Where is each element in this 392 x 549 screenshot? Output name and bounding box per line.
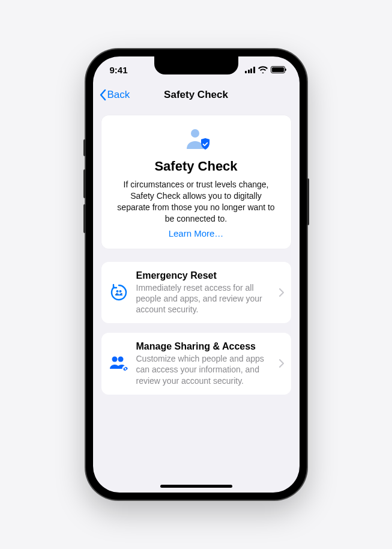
hero-card: Safety Check If circumstances or trust l… <box>101 115 291 249</box>
option-emergency-reset[interactable]: Emergency Reset Immediately reset access… <box>101 262 291 324</box>
volume-down-button <box>83 204 86 233</box>
wifi-icon <box>258 66 268 73</box>
reset-circle-icon <box>109 283 129 302</box>
option-title: Manage Sharing & Access <box>136 341 272 352</box>
hero-description: If circumstances or trust levels change,… <box>111 179 282 225</box>
svg-point-4 <box>118 357 123 362</box>
option-manage-sharing[interactable]: Manage Sharing & Access Customize which … <box>101 333 291 395</box>
back-label: Back <box>107 89 130 101</box>
notch <box>154 56 238 74</box>
learn-more-link[interactable]: Learn More… <box>169 228 224 238</box>
hero-title: Safety Check <box>111 159 282 174</box>
screen: 9:41 Back Safety Check <box>93 56 300 493</box>
home-indicator[interactable] <box>160 485 232 488</box>
chevron-left-icon <box>99 89 106 101</box>
battery-icon <box>271 66 285 73</box>
option-title: Emergency Reset <box>136 270 272 281</box>
back-button[interactable]: Back <box>99 89 130 101</box>
svg-point-3 <box>112 357 117 362</box>
power-button <box>307 178 309 225</box>
svg-point-2 <box>119 290 121 293</box>
person-shield-check-icon <box>183 127 210 151</box>
status-time: 9:41 <box>110 65 128 75</box>
nav-bar: Back Safety Check <box>93 83 300 107</box>
option-description: Immediately reset access for all people … <box>136 282 272 315</box>
volume-up-button <box>83 169 86 198</box>
phone-frame: 9:41 Back Safety Check <box>86 49 307 500</box>
chevron-right-icon <box>279 288 284 297</box>
svg-point-0 <box>191 129 199 138</box>
people-gear-icon <box>109 354 129 372</box>
content: Safety Check If circumstances or trust l… <box>93 107 300 403</box>
cellular-icon <box>245 67 255 73</box>
option-description: Customize which people and apps can acce… <box>136 353 272 386</box>
status-icons <box>245 66 285 73</box>
svg-point-6 <box>124 368 126 370</box>
svg-point-1 <box>116 290 118 293</box>
chevron-right-icon <box>279 359 284 368</box>
mute-switch <box>83 139 86 156</box>
